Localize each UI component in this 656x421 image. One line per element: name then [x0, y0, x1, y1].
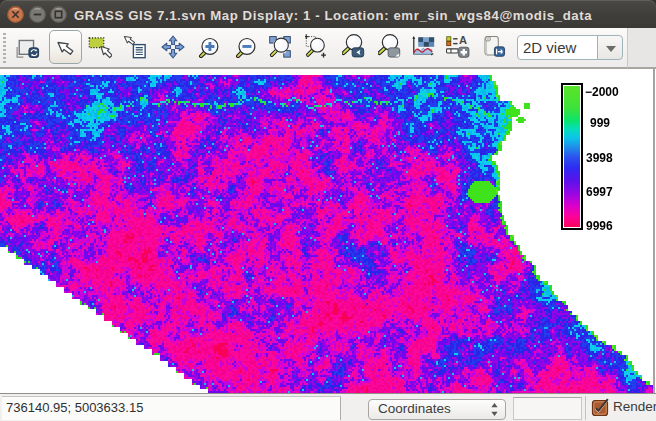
svg-text:A: A: [459, 34, 467, 46]
